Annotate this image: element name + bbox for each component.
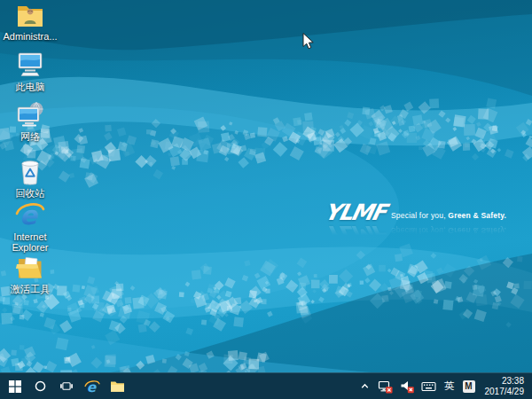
brand-tagline: Special for you, Green & Safety. — [391, 211, 506, 223]
folder-icon — [110, 379, 125, 393]
desktop-icon-label: Administra... — [3, 31, 57, 42]
desktop-icon-label: 网络 — [20, 131, 40, 142]
recycle-bin-icon — [16, 157, 44, 186]
desktop-icon-label: 此电脑 — [16, 82, 45, 92]
touch-keyboard-button[interactable] — [418, 373, 440, 399]
chevron-up-icon — [359, 380, 371, 392]
taskbar-internet-explorer[interactable]: e — [79, 373, 105, 399]
system-tray: 英 M 23:38 2017/4/29 — [356, 373, 532, 399]
search-button[interactable] — [27, 373, 53, 399]
internet-explorer-icon: e — [84, 379, 100, 395]
volume-button[interactable] — [396, 373, 418, 399]
brand-text: YLMF — [323, 203, 387, 223]
ime-language-indicator[interactable]: 英 — [440, 373, 459, 399]
taskbar-clock[interactable]: 23:38 2017/4/29 — [479, 376, 532, 396]
desktop-icon-internet-explorer[interactable]: e Internet Explorer — [2, 200, 59, 253]
desktop-icon-administrator[interactable]: Administra... — [2, 3, 59, 42]
desktop-icon-recycle-bin[interactable]: 回收站 — [2, 157, 59, 199]
user-folder-icon — [14, 3, 46, 29]
volume-muted-icon — [400, 379, 414, 394]
start-button[interactable] — [2, 373, 27, 399]
task-view-icon — [59, 379, 74, 393]
ime-method-button[interactable]: M — [459, 373, 479, 399]
task-view-button[interactable] — [53, 373, 79, 399]
folder-icon — [15, 254, 45, 282]
ime-badge: M — [463, 380, 475, 393]
computer-icon — [14, 51, 46, 80]
network-icon — [14, 101, 46, 129]
desktop-icon-label: 回收站 — [16, 188, 45, 199]
brand-reflection: YLMF Special for you, Green & Safety. — [325, 223, 506, 243]
taskbar-file-explorer[interactable] — [105, 373, 130, 399]
wallpaper-brand-logo: YLMF Special for you, Green & Safety. YL… — [325, 203, 506, 243]
touch-keyboard-icon — [421, 380, 436, 393]
desktop-icon-activation-tools[interactable]: 激活工具 — [2, 254, 59, 294]
search-circle-icon — [34, 379, 47, 393]
internet-explorer-icon: e — [15, 200, 45, 230]
network-disconnected-icon — [378, 379, 393, 394]
desktop-icon-network[interactable]: 网络 — [2, 101, 59, 142]
desktop-icon-this-pc[interactable]: 此电脑 — [2, 51, 59, 92]
windows-desktop: YLMF Special for you, Green & Safety. YL… — [0, 0, 532, 399]
taskbar: e — [0, 372, 532, 399]
network-status-button[interactable] — [374, 373, 396, 399]
windows-logo-icon — [9, 380, 21, 393]
wallpaper-background — [0, 0, 532, 399]
taskbar-buttons: e — [2, 373, 130, 399]
clock-time: 23:38 — [502, 376, 524, 387]
hidden-icons-button[interactable] — [356, 373, 374, 399]
desktop-icon-label: Internet Explorer — [3, 231, 58, 253]
desktop-icon-label: 激活工具 — [11, 284, 50, 294]
clock-date: 2017/4/29 — [485, 387, 525, 397]
